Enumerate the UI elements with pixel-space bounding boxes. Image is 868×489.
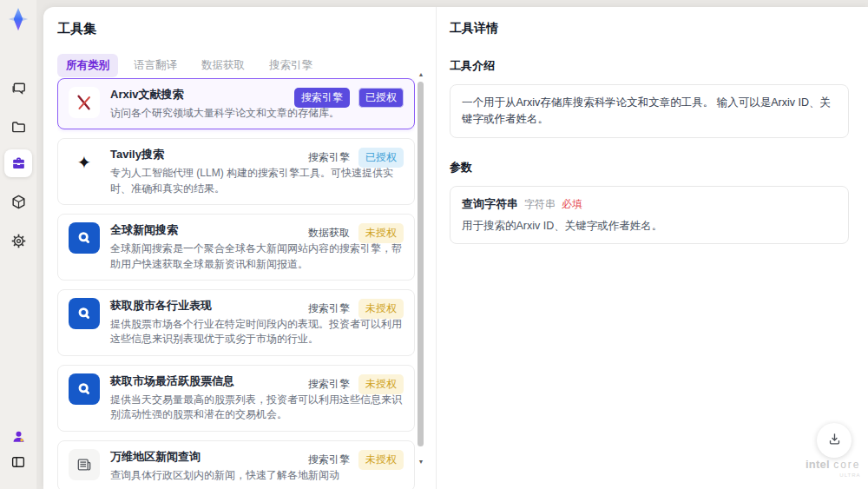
scrollbar-thumb[interactable] [418, 82, 424, 446]
intro-text: 一个用于从Arxiv存储库搜索科学论文和文章的工具。 输入可以是Arxiv ID… [462, 95, 837, 128]
category-label: 搜索引擎 [308, 301, 350, 316]
download-icon [827, 432, 842, 450]
auth-status-badge: 未授权 [358, 450, 404, 470]
app-logo-icon [5, 6, 31, 32]
arxiv-logo-icon [69, 87, 100, 118]
sidebar-item-settings[interactable] [4, 227, 32, 254]
sidebar-item-panel-toggle[interactable] [4, 448, 32, 476]
tool-list-panel: 工具集 所有类别 语言翻译 数据获取 搜索引擎 Arxiv文献搜索 访问各个研究… [43, 7, 436, 489]
sidebar-item-account[interactable] [4, 422, 32, 450]
scroll-up-arrow-icon[interactable]: ▲ [418, 71, 424, 78]
category-badge: 搜索引擎 [294, 88, 350, 108]
tool-description: 访问各个研究领域大量科学论文和文章的存储库。 [110, 106, 402, 121]
tool-card-active-stocks[interactable]: 获取市场最活跃股票信息 提供当天交易量最高的股票列表，投资者可以利用这些信息来识… [57, 365, 415, 432]
folder-icon [10, 119, 27, 135]
main-panel: 工具集 所有类别 语言翻译 数据获取 搜索引擎 Arxiv文献搜索 访问各个研究… [43, 7, 868, 489]
category-label: 数据获取 [308, 226, 350, 241]
user-icon [10, 428, 27, 445]
auth-status-badge: 未授权 [358, 223, 404, 243]
tool-description: 查询具体行政区划内的新闻，快速了解各地新闻动 [110, 468, 402, 483]
auth-status-badge: 未授权 [358, 374, 404, 394]
newspaper-icon [69, 449, 100, 480]
page-title: 工具集 [57, 21, 96, 37]
intel-logo-text: intel [806, 458, 830, 471]
sidebar-item-chat[interactable] [4, 75, 32, 102]
briefcase-icon [10, 155, 27, 172]
auth-status-badge: 已授权 [358, 88, 404, 108]
cube-icon [10, 194, 27, 210]
category-label: 搜索引擎 [308, 150, 350, 165]
search-logo-icon [69, 222, 100, 254]
auth-status-badge: 已授权 [358, 148, 404, 168]
sidebar-item-models[interactable] [4, 188, 32, 215]
tool-description: 专为人工智能代理 (LLM) 构建的搜索引擎工具。可快速提供实时、准确和真实的结… [110, 166, 402, 196]
tool-description: 全球新闻搜索是一个聚合全球各大新闻网站内容的搜索引擎，帮助用户快速获取全球最新资… [110, 241, 402, 272]
tool-description: 提供当天交易量最高的股票列表，投资者可以利用这些信息来识别流动性强的股票和潜在的… [110, 393, 402, 423]
category-label: 搜索引擎 [308, 377, 350, 392]
params-heading: 参数 [450, 160, 849, 175]
tool-card-sector-performance[interactable]: 获取股市各行业表现 提供股票市场各个行业在特定时间段内的表现。投资者可以利用这些… [57, 289, 415, 356]
category-tabs: 所有类别 语言翻译 数据获取 搜索引擎 [57, 54, 321, 77]
core-logo-text: core [833, 459, 860, 471]
tool-list: Arxiv文献搜索 访问各个研究领域大量科学论文和文章的存储库。 搜索引擎 已授… [57, 78, 415, 489]
left-rail [0, 0, 36, 489]
category-label: 搜索引擎 [308, 453, 350, 467]
search-logo-icon [69, 373, 100, 405]
tab-all-categories[interactable]: 所有类别 [57, 54, 118, 77]
tool-description: 提供股票市场各个行业在特定时间段内的表现。投资者可以利用这些信息来识别表现优于或… [110, 317, 402, 347]
param-type: 字符串 [524, 197, 556, 212]
intro-box: 一个用于从Arxiv存储库搜索科学论文和文章的工具。 输入可以是Arxiv ID… [450, 84, 849, 138]
tab-language-translation[interactable]: 语言翻译 [125, 54, 186, 77]
gear-icon [10, 233, 27, 249]
intro-heading: 工具介绍 [450, 58, 849, 74]
param-name: 查询字符串 [462, 196, 518, 212]
param-required-badge: 必填 [562, 197, 582, 212]
download-button[interactable] [817, 423, 852, 458]
param-description: 用于搜索的Arxiv ID、关键字或作者姓名。 [462, 219, 837, 234]
panel-toggle-icon [10, 454, 26, 470]
param-box: 查询字符串 字符串 必填 用于搜索的Arxiv ID、关键字或作者姓名。 [450, 186, 849, 244]
search-logo-icon [69, 298, 100, 329]
sidebar-item-tools[interactable] [4, 149, 32, 177]
ultra-logo-text: ULTRA [806, 472, 861, 478]
detail-title: 工具详情 [450, 21, 849, 36]
tool-card-global-news[interactable]: 全球新闻搜索 全球新闻搜索是一个聚合全球各大新闻网站内容的搜索引擎，帮助用户快速… [57, 214, 415, 281]
tavily-star-icon: ✦ [69, 147, 100, 178]
chat-icon [10, 81, 27, 97]
list-scrollbar[interactable]: ▲ ▼ [416, 71, 426, 479]
tab-search-engine[interactable]: 搜索引擎 [260, 54, 321, 77]
tool-card-tavily[interactable]: ✦ Tavily搜索 专为人工智能代理 (LLM) 构建的搜索引擎工具。可快速提… [57, 138, 415, 205]
tab-data-acquisition[interactable]: 数据获取 [193, 54, 253, 77]
tool-detail-panel: 工具详情 工具介绍 一个用于从Arxiv存储库搜索科学论文和文章的工具。 输入可… [437, 7, 868, 489]
scroll-down-arrow-icon[interactable]: ▼ [418, 459, 424, 466]
auth-status-badge: 未授权 [358, 299, 404, 319]
intel-core-logo: intel core ULTRA [806, 456, 861, 478]
tool-card-regional-news[interactable]: 万维地区新闻查询 查询具体行政区划内的新闻，快速了解各地新闻动 搜索引擎 未授权 [57, 440, 415, 489]
tool-card-arxiv[interactable]: Arxiv文献搜索 访问各个研究领域大量科学论文和文章的存储库。 搜索引擎 已授… [57, 78, 415, 129]
sidebar-item-files[interactable] [4, 113, 32, 141]
